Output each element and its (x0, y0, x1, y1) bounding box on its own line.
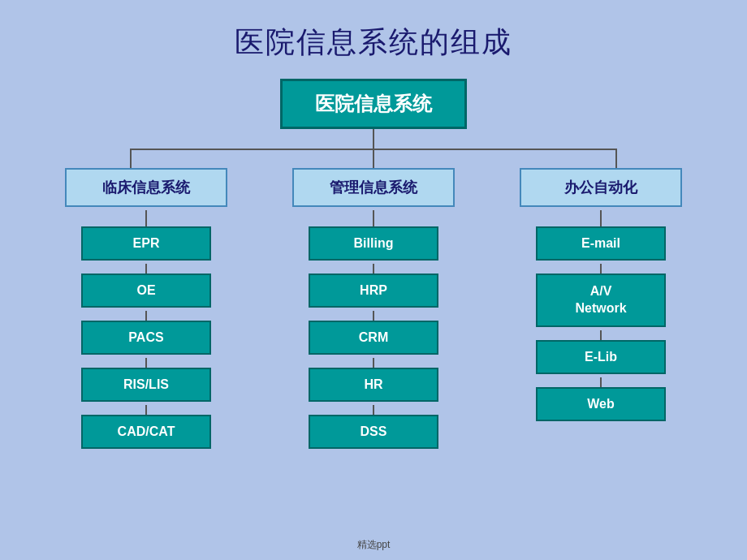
leaf-web: Web (536, 387, 666, 421)
branch-office: 办公自动化 E-mail A/VNetwork E-Lib Web (503, 150, 698, 424)
left-drop (130, 149, 132, 168)
branches-container: 临床信息系统 EPR OE PACS RIS/LIS CAD/CAT 管理信息系… (24, 150, 723, 452)
leaf-hr: HR (309, 368, 438, 402)
leaf1-conn (145, 264, 147, 274)
leaf-pacs: PACS (81, 321, 211, 355)
root-node: 医院信息系统 (280, 79, 467, 129)
leaf4-conn (145, 405, 147, 415)
leaf10-conn (600, 330, 602, 340)
leaf-cadcat: CAD/CAT (81, 415, 211, 449)
root-down-connector (373, 129, 374, 149)
leaf6-conn (373, 311, 374, 321)
leaf5-conn (373, 264, 374, 274)
center-drop (373, 149, 374, 168)
leaf-hrp: HRP (309, 274, 438, 308)
leaf-dss: DSS (309, 415, 438, 449)
leaf-elib: E-Lib (536, 340, 666, 374)
branch1-connector (145, 210, 147, 226)
branch-clinical-header: 临床信息系统 (65, 168, 227, 207)
leaf8-conn (373, 405, 374, 415)
leaf-rislis: RIS/LIS (81, 368, 211, 402)
branch2-connector (373, 210, 374, 226)
branch-office-header: 办公自动化 (520, 168, 682, 207)
branch-management-header: 管理信息系统 (292, 168, 455, 207)
leaf2-conn (145, 311, 147, 321)
branch-management: 管理信息系统 Billing HRP CRM HR DSS (276, 150, 471, 452)
leaf9-conn (600, 264, 602, 274)
leaf7-conn (373, 358, 374, 368)
branch-clinical: 临床信息系统 EPR OE PACS RIS/LIS CAD/CAT (49, 150, 244, 452)
leaf-oe: OE (81, 274, 211, 308)
branch3-connector (600, 210, 602, 226)
leaf-email: E-mail (536, 226, 666, 261)
leaf-epr: EPR (81, 226, 211, 261)
org-chart: 医院信息系统 临床信息系统 EPR OE PACS RIS/LIS CAD/CA… (0, 79, 747, 452)
leaf-avnetwork: A/VNetwork (536, 274, 666, 327)
footer-note: 精选ppt (357, 538, 391, 552)
page-title: 医院信息系统的组成 (235, 23, 512, 62)
leaf3-conn (145, 358, 147, 368)
right-drop (615, 149, 617, 168)
leaf-crm: CRM (309, 321, 438, 355)
h-connector (130, 149, 617, 150)
leaf-billing: Billing (309, 226, 438, 261)
leaf11-conn (600, 377, 602, 387)
